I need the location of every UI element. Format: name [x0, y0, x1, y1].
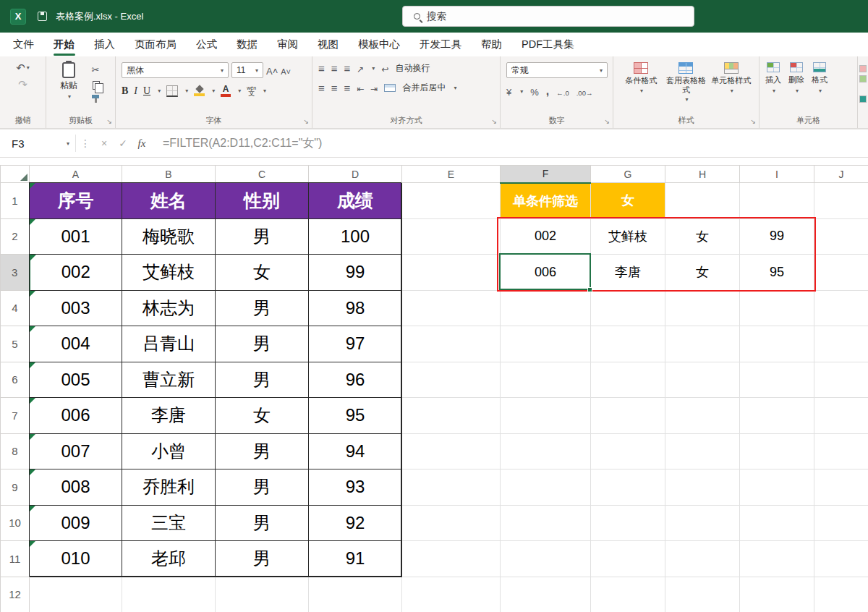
cell-f1[interactable]: 单条件筛选	[501, 183, 591, 219]
cell-f4[interactable]	[501, 290, 591, 326]
cell-c1[interactable]: 性别	[216, 183, 309, 219]
cell-b11[interactable]: 老邱	[122, 541, 216, 577]
cell-j3[interactable]	[814, 255, 868, 291]
cell-i1[interactable]	[740, 183, 814, 219]
cell-h12[interactable]	[665, 577, 740, 612]
formula-input[interactable]: =FILTER(A2:D11,C2:C11="女")	[163, 136, 322, 151]
cell-a5[interactable]: 004	[30, 326, 122, 362]
name-box[interactable]: F3	[0, 129, 75, 157]
cell-f6[interactable]	[501, 362, 591, 398]
cell-f5[interactable]	[501, 326, 591, 362]
cell-f9[interactable]	[501, 469, 591, 506]
cell-f12[interactable]	[501, 577, 591, 612]
wrap-text-icon[interactable]	[381, 63, 388, 74]
cell-b6[interactable]: 曹立新	[122, 362, 216, 398]
cancel-entry-icon[interactable]	[95, 137, 114, 149]
clipboard-dialog-launcher-icon[interactable]	[106, 119, 112, 125]
number-dialog-launcher-icon[interactable]	[604, 119, 610, 125]
cell-e8[interactable]	[402, 433, 501, 469]
row-header-5[interactable]: 5	[1, 326, 30, 362]
font-color-icon[interactable]	[221, 85, 231, 97]
cell-b7[interactable]: 李唐	[122, 398, 216, 434]
font-dialog-launcher-icon[interactable]	[303, 119, 309, 125]
cell-d8[interactable]: 94	[309, 433, 402, 469]
cell-j6[interactable]	[814, 362, 868, 398]
cell-b9[interactable]: 乔胜利	[122, 469, 216, 506]
cell-i5[interactable]	[740, 326, 814, 362]
cell-f3-active[interactable]: 006	[501, 255, 591, 291]
cell-h3[interactable]: 女	[665, 255, 740, 291]
cell-d4[interactable]: 98	[309, 290, 402, 326]
format-as-table-button[interactable]: 套用表格格式	[665, 62, 706, 103]
insert-function-button[interactable]: fx	[132, 137, 151, 150]
wrap-text-button[interactable]: 自动换行	[395, 62, 430, 75]
cell-h4[interactable]	[665, 290, 740, 326]
cell-f8[interactable]	[501, 433, 591, 469]
cell-e1[interactable]	[402, 183, 501, 219]
borders-icon[interactable]	[166, 85, 178, 97]
cell-d10[interactable]: 92	[309, 505, 402, 541]
cell-h6[interactable]	[665, 362, 740, 398]
cell-g4[interactable]	[591, 290, 665, 326]
increase-indent-icon[interactable]	[370, 82, 378, 93]
cell-h1[interactable]	[665, 183, 740, 219]
cell-g11[interactable]	[591, 541, 665, 577]
cell-e2[interactable]	[402, 218, 501, 255]
cell-d2[interactable]: 100	[309, 218, 402, 255]
cell-h2[interactable]: 女	[665, 218, 740, 255]
cell-i8[interactable]	[740, 433, 814, 469]
cell-c9[interactable]: 男	[216, 469, 309, 506]
cell-d3[interactable]: 99	[309, 255, 402, 291]
cell-j9[interactable]	[814, 469, 868, 506]
cell-e3[interactable]	[402, 255, 501, 291]
cell-b8[interactable]: 小曾	[122, 433, 216, 469]
align-middle-icon[interactable]	[331, 63, 338, 74]
cell-e10[interactable]	[402, 505, 501, 541]
cell-c7[interactable]: 女	[216, 398, 309, 434]
confirm-entry-icon[interactable]	[114, 137, 132, 149]
cell-i12[interactable]	[740, 577, 814, 612]
cell-g6[interactable]	[591, 362, 665, 398]
cell-g5[interactable]	[591, 326, 665, 362]
cell-h11[interactable]	[665, 541, 740, 577]
row-header-7[interactable]: 7	[1, 398, 30, 434]
menu-insert[interactable]: 插入	[94, 33, 115, 56]
col-header-b[interactable]: B	[122, 166, 216, 183]
col-header-e[interactable]: E	[402, 166, 501, 183]
menu-formulas[interactable]: 公式	[196, 33, 217, 56]
cell-a12[interactable]	[30, 577, 122, 612]
cell-f10[interactable]	[501, 505, 591, 541]
cell-f11[interactable]	[501, 541, 591, 577]
cell-g3[interactable]: 李唐	[591, 255, 665, 291]
select-all-corner[interactable]	[1, 166, 30, 183]
cell-e11[interactable]	[402, 541, 501, 577]
cell-j2[interactable]	[814, 218, 868, 255]
cell-b1[interactable]: 姓名	[122, 183, 216, 219]
row-header-6[interactable]: 6	[1, 362, 30, 398]
cell-j11[interactable]	[814, 541, 868, 577]
decrease-indent-icon[interactable]	[357, 82, 364, 93]
col-header-d[interactable]: D	[309, 166, 402, 183]
increase-font-size-icon[interactable]	[266, 65, 278, 76]
cell-g2[interactable]: 艾鲜枝	[591, 218, 665, 255]
cell-d9[interactable]: 93	[309, 469, 402, 506]
cell-j8[interactable]	[814, 433, 868, 469]
cell-d1[interactable]: 成绩	[309, 183, 402, 219]
percent-style-icon[interactable]	[530, 86, 539, 97]
cell-e9[interactable]	[402, 469, 501, 506]
align-right-icon[interactable]	[344, 82, 351, 93]
fill-handle[interactable]	[587, 287, 592, 292]
cell-c4[interactable]: 男	[216, 290, 309, 326]
cell-f2[interactable]: 002	[501, 218, 591, 255]
cell-c5[interactable]: 男	[216, 326, 309, 362]
menu-data[interactable]: 数据	[237, 33, 258, 56]
cell-j5[interactable]	[814, 326, 868, 362]
cell-a11[interactable]: 010	[30, 541, 122, 577]
row-header-3[interactable]: 3	[1, 255, 30, 291]
align-left-icon[interactable]	[318, 82, 325, 93]
font-size-select[interactable]: 11	[231, 62, 263, 78]
cell-i11[interactable]	[740, 541, 814, 577]
menu-developer[interactable]: 开发工具	[420, 33, 461, 56]
cell-b4[interactable]: 林志为	[122, 290, 216, 326]
cell-i9[interactable]	[740, 469, 814, 506]
